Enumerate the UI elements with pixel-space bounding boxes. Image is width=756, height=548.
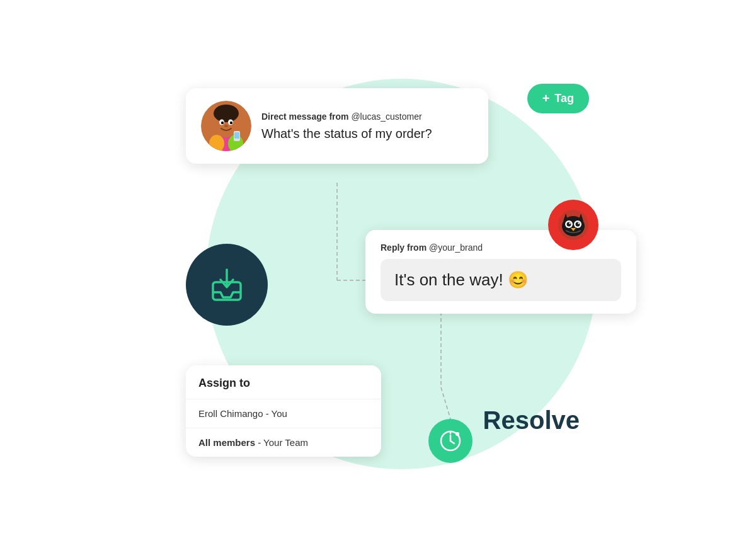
avatar xyxy=(201,101,251,151)
svg-point-25 xyxy=(567,222,571,227)
svg-point-14 xyxy=(224,125,228,127)
dm-header: Direct message from @lucas_customer xyxy=(261,111,473,122)
svg-point-27 xyxy=(569,222,570,224)
assign-row-you[interactable]: Eroll Chimango - You xyxy=(186,399,381,428)
owl-icon xyxy=(557,208,590,241)
dm-card: Direct message from @lucas_customer What… xyxy=(186,88,488,164)
plus-icon: + xyxy=(542,91,550,106)
dm-message: What's the status of my order? xyxy=(261,127,473,141)
scene: + Tag xyxy=(94,16,662,532)
reply-message: It's on the way! 😊 xyxy=(381,259,621,301)
inbox-icon xyxy=(208,266,246,304)
assign-row-team[interactable]: All members - Your Team xyxy=(186,428,381,457)
resolve-label[interactable]: Resolve xyxy=(483,406,580,435)
clock-icon xyxy=(438,429,462,453)
dm-content: Direct message from @lucas_customer What… xyxy=(261,111,473,141)
svg-rect-16 xyxy=(234,132,239,139)
hootsuite-badge xyxy=(548,200,598,250)
svg-point-28 xyxy=(578,222,579,224)
assign-title: Assign to xyxy=(186,365,381,399)
svg-point-9 xyxy=(214,105,239,122)
svg-point-13 xyxy=(230,122,232,124)
svg-point-34 xyxy=(455,432,459,436)
clock-icon-circle xyxy=(428,419,472,463)
tag-label: Tag xyxy=(554,92,574,105)
svg-point-26 xyxy=(576,222,580,227)
reply-card: Reply from @your_brand It's on the way! … xyxy=(365,230,636,314)
svg-point-12 xyxy=(221,122,224,124)
tag-button[interactable]: + Tag xyxy=(527,84,589,113)
assign-card: Assign to Eroll Chimango - You All membe… xyxy=(186,365,381,457)
svg-line-32 xyxy=(450,441,454,443)
inbox-icon-circle xyxy=(186,244,268,326)
